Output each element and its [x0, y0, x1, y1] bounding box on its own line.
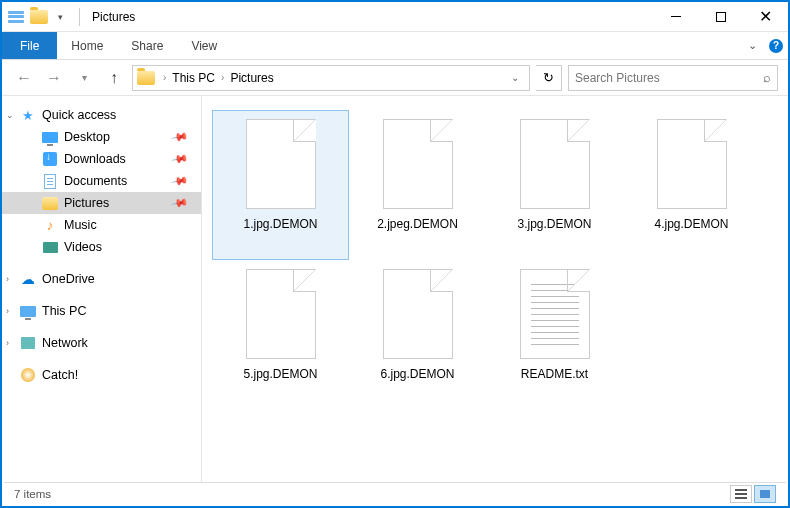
tab-share[interactable]: Share: [117, 32, 177, 59]
file-name: 5.jpg.DEMON: [243, 367, 317, 381]
file-name: 1.jpg.DEMON: [243, 217, 317, 231]
desktop-icon: [42, 132, 58, 143]
cloud-icon: ☁: [20, 271, 36, 287]
item-count: 7 items: [14, 488, 51, 500]
address-dropdown-icon[interactable]: ⌄: [505, 72, 525, 83]
downloads-icon: [43, 152, 57, 166]
file-item[interactable]: 1.jpg.DEMON: [212, 110, 349, 260]
chevron-right-icon: ›: [6, 338, 9, 348]
file-item[interactable]: 2.jpeg.DEMON: [349, 110, 486, 260]
breadcrumb-sep-icon: ›: [159, 72, 170, 83]
address-bar[interactable]: › This PC › Pictures ⌄: [132, 65, 530, 91]
pin-icon: 📌: [171, 194, 190, 213]
file-pane[interactable]: 1.jpg.DEMON2.jpeg.DEMON3.jpg.DEMON4.jpg.…: [202, 96, 788, 484]
pictures-icon: [42, 197, 58, 210]
back-button[interactable]: ←: [12, 66, 36, 90]
blank-file-icon: [383, 119, 453, 209]
tab-home[interactable]: Home: [57, 32, 117, 59]
pin-icon: 📌: [171, 128, 190, 147]
sidebar-onedrive[interactable]: › ☁ OneDrive: [2, 268, 201, 290]
pin-icon: 📌: [171, 150, 190, 169]
sidebar-item-music[interactable]: ♪ Music: [2, 214, 201, 236]
file-name: 6.jpg.DEMON: [380, 367, 454, 381]
address-folder-icon: [137, 71, 155, 85]
chevron-down-icon: ⌄: [6, 110, 14, 120]
file-name: 2.jpeg.DEMON: [377, 217, 458, 231]
expand-ribbon-icon[interactable]: ⌄: [740, 32, 764, 59]
sidebar-item-label: Downloads: [64, 152, 126, 166]
details-view-button[interactable]: [730, 485, 752, 503]
music-icon: ♪: [42, 217, 58, 233]
file-item[interactable]: 4.jpg.DEMON: [623, 110, 760, 260]
star-icon: ★: [20, 107, 36, 123]
refresh-button[interactable]: ↻: [536, 65, 562, 91]
blank-file-icon: [246, 269, 316, 359]
blank-file-icon: [657, 119, 727, 209]
catch-icon: [21, 368, 35, 382]
sidebar-item-label: Documents: [64, 174, 127, 188]
minimize-button[interactable]: [653, 2, 698, 32]
blank-file-icon: [520, 119, 590, 209]
sidebar-label: Quick access: [42, 108, 116, 122]
tab-view[interactable]: View: [177, 32, 231, 59]
sidebar-item-label: Desktop: [64, 130, 110, 144]
recent-dropdown-icon[interactable]: ▾: [72, 66, 96, 90]
ribbon: File Home Share View ⌄ ?: [2, 32, 788, 60]
sidebar-label: Catch!: [42, 368, 78, 382]
sidebar-label: OneDrive: [42, 272, 95, 286]
window-title: Pictures: [92, 10, 135, 24]
sidebar-catch[interactable]: Catch!: [2, 364, 201, 386]
chevron-right-icon: ›: [6, 306, 9, 316]
forward-button[interactable]: →: [42, 66, 66, 90]
explorer-icon: [8, 11, 24, 23]
file-item[interactable]: README.txt: [486, 260, 623, 410]
text-file-icon: [520, 269, 590, 359]
sidebar-item-downloads[interactable]: Downloads 📌: [2, 148, 201, 170]
icons-view-button[interactable]: [754, 485, 776, 503]
qat-dropdown-icon[interactable]: ▾: [54, 12, 67, 22]
sidebar-item-pictures[interactable]: Pictures 📌: [2, 192, 201, 214]
sidebar-item-documents[interactable]: Documents 📌: [2, 170, 201, 192]
sidebar-quick-access[interactable]: ⌄ ★ Quick access: [2, 104, 201, 126]
sidebar-label: This PC: [42, 304, 86, 318]
status-bar: 7 items: [4, 482, 786, 504]
sidebar: ⌄ ★ Quick access Desktop 📌 Downloads 📌 D…: [2, 96, 202, 484]
folder-icon: [30, 10, 48, 24]
breadcrumb-sep-icon: ›: [217, 72, 228, 83]
sidebar-item-desktop[interactable]: Desktop 📌: [2, 126, 201, 148]
breadcrumb-root[interactable]: This PC: [170, 71, 217, 85]
help-button[interactable]: ?: [764, 32, 788, 59]
file-item[interactable]: 6.jpg.DEMON: [349, 260, 486, 410]
search-input[interactable]: Search Pictures ⌕: [568, 65, 778, 91]
videos-icon: [43, 242, 58, 253]
documents-icon: [44, 174, 56, 189]
pin-icon: 📌: [171, 172, 190, 191]
title-bar: ▾ Pictures ✕: [2, 2, 788, 32]
file-tab[interactable]: File: [2, 32, 57, 59]
up-button[interactable]: ↑: [102, 66, 126, 90]
file-name: 3.jpg.DEMON: [517, 217, 591, 231]
blank-file-icon: [383, 269, 453, 359]
blank-file-icon: [246, 119, 316, 209]
sidebar-label: Network: [42, 336, 88, 350]
file-item[interactable]: 3.jpg.DEMON: [486, 110, 623, 260]
search-icon[interactable]: ⌕: [763, 70, 771, 85]
search-placeholder: Search Pictures: [575, 71, 763, 85]
address-row: ← → ▾ ↑ › This PC › Pictures ⌄ ↻ Search …: [2, 60, 788, 96]
sidebar-item-label: Pictures: [64, 196, 109, 210]
sidebar-this-pc[interactable]: › This PC: [2, 300, 201, 322]
pc-icon: [20, 306, 36, 317]
sidebar-item-label: Videos: [64, 240, 102, 254]
file-name: 4.jpg.DEMON: [654, 217, 728, 231]
close-button[interactable]: ✕: [743, 2, 788, 32]
breadcrumb-current[interactable]: Pictures: [228, 71, 275, 85]
maximize-button[interactable]: [698, 2, 743, 32]
sidebar-network[interactable]: › Network: [2, 332, 201, 354]
file-item[interactable]: 5.jpg.DEMON: [212, 260, 349, 410]
sidebar-item-label: Music: [64, 218, 97, 232]
file-name: README.txt: [521, 367, 588, 381]
network-icon: [21, 337, 35, 349]
sidebar-item-videos[interactable]: Videos: [2, 236, 201, 258]
chevron-right-icon: ›: [6, 274, 9, 284]
